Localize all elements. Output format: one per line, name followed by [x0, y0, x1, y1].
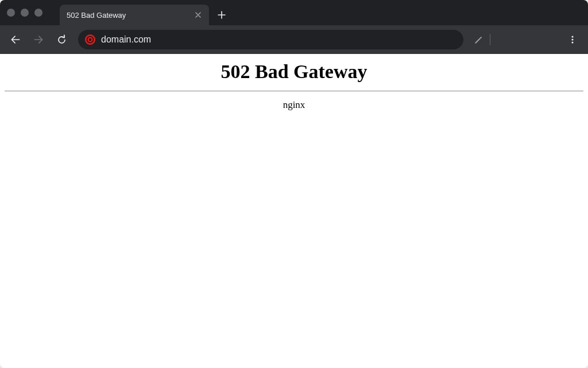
toolbar-right [470, 30, 582, 49]
svg-point-5 [571, 41, 573, 43]
site-favicon-icon [85, 34, 95, 45]
new-tab-button[interactable] [214, 7, 230, 23]
svg-point-2 [89, 38, 91, 41]
browser-window: 502 Bad Gateway domain.com [0, 0, 588, 368]
svg-point-3 [571, 36, 573, 37]
window-controls [7, 9, 42, 17]
error-heading: 502 Bad Gateway [5, 61, 583, 83]
window-close-dot[interactable] [7, 9, 15, 17]
address-bar[interactable]: domain.com [78, 30, 463, 49]
toolbar: domain.com [0, 25, 588, 54]
divider-line [5, 91, 583, 91]
toolbar-divider [490, 34, 490, 45]
tab-bar: 502 Bad Gateway [60, 0, 588, 25]
reload-button[interactable] [52, 30, 71, 49]
close-tab-icon[interactable] [194, 11, 202, 19]
forward-button[interactable] [29, 30, 48, 49]
svg-point-4 [571, 38, 573, 40]
edit-icon[interactable] [470, 32, 486, 48]
url-text: domain.com [101, 34, 457, 45]
window-maximize-dot[interactable] [34, 9, 42, 17]
server-name: nginx [5, 99, 583, 111]
titlebar: 502 Bad Gateway [0, 0, 588, 25]
browser-menu-button[interactable] [563, 30, 582, 49]
back-button[interactable] [6, 30, 25, 49]
window-minimize-dot[interactable] [21, 9, 29, 17]
page-content: 502 Bad Gateway nginx [0, 54, 588, 368]
tab-title: 502 Bad Gateway [67, 11, 188, 20]
browser-tab[interactable]: 502 Bad Gateway [60, 5, 209, 25]
